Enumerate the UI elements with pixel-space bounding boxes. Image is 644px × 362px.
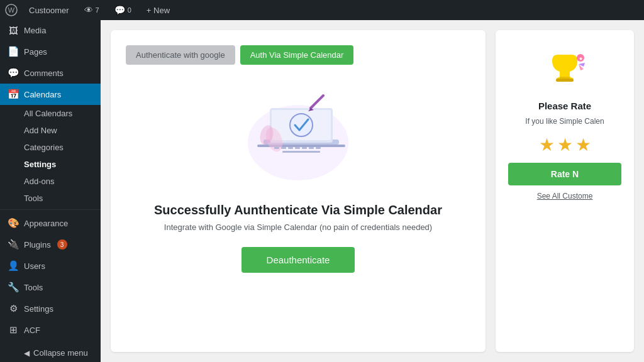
sidebar-item-tools[interactable]: 🔧 Tools xyxy=(0,277,101,298)
svg-point-7 xyxy=(290,114,313,136)
submenu-all-calendars[interactable]: All Calendars xyxy=(0,105,101,122)
submenu-settings[interactable]: Settings xyxy=(0,156,101,173)
svg-text:W: W xyxy=(8,6,15,14)
sidebar-divider xyxy=(0,209,101,210)
sidebar-item-pages[interactable]: 📄 Pages xyxy=(0,41,101,62)
sidebar-item-acf[interactable]: ⊞ ACF xyxy=(0,319,101,341)
plugins-icon: 🔌 xyxy=(8,239,19,250)
star-rating: ★ ★ ★ xyxy=(539,134,591,155)
sidebar-item-plugins[interactable]: 🔌 Plugins 3 xyxy=(0,234,101,255)
auth-simple-cal-button[interactable]: Auth Via Simple Calendar xyxy=(240,45,354,65)
plugins-badge: 3 xyxy=(57,239,67,250)
collapse-icon: ◀ xyxy=(24,349,30,358)
svg-rect-21 xyxy=(556,79,574,82)
admin-bar: W Custoomer 👁 7 💬 0 + New xyxy=(0,0,644,20)
svg-rect-16 xyxy=(302,147,307,149)
sidebar: 🖼 Media 📄 Pages 💬 Comments 📅 Calendars A… xyxy=(0,20,101,362)
auth-google-button[interactable]: Authenticate with google xyxy=(126,45,235,65)
new-menu[interactable]: + New xyxy=(143,0,174,20)
svg-rect-15 xyxy=(295,147,300,149)
svg-rect-19 xyxy=(282,151,320,153)
star-2: ★ xyxy=(557,134,573,155)
submenu-add-ons[interactable]: Add-ons xyxy=(0,173,101,190)
collapse-menu-button[interactable]: ◀ Collapse menu xyxy=(0,343,101,362)
sidebar-item-comments[interactable]: 💬 Comments xyxy=(0,62,101,84)
comment-icon: 💬 xyxy=(114,5,125,15)
submenu-tools[interactable]: Tools xyxy=(0,190,101,207)
comments-icon: 💬 xyxy=(8,67,19,79)
sidebar-item-appearance[interactable]: 🎨 Appearance xyxy=(0,212,101,234)
comments-link[interactable]: 💬 0 xyxy=(111,0,135,20)
see-all-link[interactable]: See All Custome xyxy=(537,192,593,200)
sidebar-item-settings[interactable]: ⚙ Settings xyxy=(0,298,101,319)
trophy-illustration: ★ xyxy=(540,45,590,96)
auth-buttons: Authenticate with google Auth Via Simple… xyxy=(126,45,353,65)
wp-layout: 🖼 Media 📄 Pages 💬 Comments 📅 Calendars A… xyxy=(0,20,644,362)
submenu-categories[interactable]: Categories xyxy=(0,139,101,156)
svg-rect-14 xyxy=(288,147,293,149)
tools-icon: 🔧 xyxy=(8,282,19,293)
rate-title: Please Rate xyxy=(538,101,591,111)
star-1: ★ xyxy=(539,134,555,155)
svg-rect-18 xyxy=(316,147,321,149)
svg-rect-13 xyxy=(281,147,286,149)
auth-subtitle: Integrate with Google via Simple Calenda… xyxy=(164,222,432,232)
pages-icon: 📄 xyxy=(8,46,19,57)
users-icon: 👤 xyxy=(8,260,19,272)
site-name[interactable]: Custoomer xyxy=(25,0,73,20)
svg-line-8 xyxy=(311,96,323,108)
settings-icon: ⚙ xyxy=(8,303,19,314)
auth-card: Authenticate with google Auth Via Simple… xyxy=(111,30,486,352)
eye-icon: 👁 xyxy=(84,5,93,15)
calendars-submenu: All Calendars Add New Categories Setting… xyxy=(0,105,101,207)
submenu-add-new[interactable]: Add New xyxy=(0,122,101,139)
rate-description: If you like Simple Calen xyxy=(525,116,604,127)
rate-now-button[interactable]: Rate N xyxy=(508,163,621,185)
auth-illustration xyxy=(229,80,367,193)
svg-rect-17 xyxy=(309,147,314,149)
appearance-icon: 🎨 xyxy=(8,217,19,229)
sidebar-item-users[interactable]: 👤 Users xyxy=(0,255,101,277)
svg-text:★: ★ xyxy=(579,56,583,62)
deauth-button[interactable]: Deauthenticate xyxy=(242,247,355,273)
star-3: ★ xyxy=(575,134,591,155)
acf-icon: ⊞ xyxy=(8,324,19,336)
auth-title: Successfully Aunthenticate Via Simple Ca… xyxy=(154,203,442,217)
rate-card: ★ Please Rate If you like Simple Calen ★… xyxy=(496,30,634,352)
svg-rect-12 xyxy=(274,147,279,149)
updates-link[interactable]: 👁 7 xyxy=(80,0,103,20)
wp-logo[interactable]: W xyxy=(5,4,18,16)
media-icon: 🖼 xyxy=(8,25,19,36)
sidebar-item-calendars[interactable]: 📅 Calendars xyxy=(0,84,101,105)
calendars-icon: 📅 xyxy=(8,89,19,100)
sidebar-item-media[interactable]: 🖼 Media xyxy=(0,20,101,41)
main-content: Authenticate with google Auth Via Simple… xyxy=(101,20,644,362)
